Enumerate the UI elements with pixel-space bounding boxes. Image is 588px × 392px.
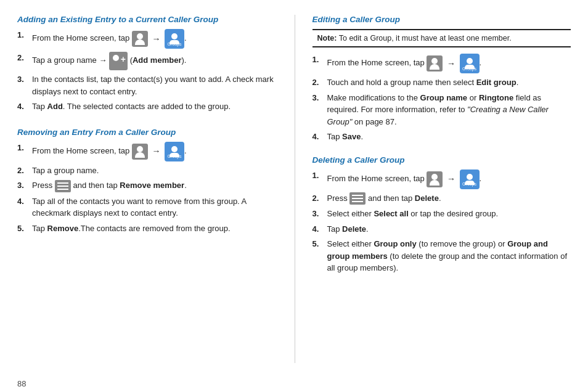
step-num: 5. bbox=[17, 223, 28, 235]
deleting-steps: 1. From the Home screen, tap → Groups . … bbox=[312, 169, 571, 274]
remove-member-label: Remove member bbox=[120, 181, 184, 190]
step-num: 3. bbox=[17, 73, 28, 86]
menu-line bbox=[57, 182, 68, 184]
step-num: 3. bbox=[312, 92, 324, 104]
menu-line bbox=[352, 195, 363, 196]
person-icon bbox=[132, 31, 148, 47]
menu-line bbox=[57, 186, 68, 187]
step-num: 3. bbox=[17, 179, 28, 192]
delete-label: Delete bbox=[415, 194, 439, 203]
step-num: 1. bbox=[17, 142, 28, 154]
step-text: Tap Add. The selected contacts are added… bbox=[32, 100, 276, 113]
add-member-label: Add member bbox=[133, 55, 181, 65]
group-and-members-label: Group and group members bbox=[327, 239, 548, 261]
step-num: 2. bbox=[312, 76, 324, 89]
arrow-icon: → bbox=[152, 33, 160, 46]
step-text: Tap a group name → (Add member). bbox=[32, 52, 276, 70]
section-removing-title: Removing an Entry From a Caller Group bbox=[17, 128, 276, 137]
step-num: 4. bbox=[312, 223, 324, 235]
step-text: From the Home screen, tap → Groups . bbox=[327, 169, 571, 189]
section-editing: Editing a Caller Group Note: To edit a G… bbox=[312, 15, 571, 143]
groups-person bbox=[171, 146, 178, 152]
step-text: Tap all of the contacts you want to remo… bbox=[32, 195, 276, 219]
editing-step-3: 3. Make modifications to the Group name … bbox=[312, 92, 571, 128]
groups-label: Groups bbox=[460, 181, 480, 188]
removing-step-3: 3. Press and then tap Remove member. bbox=[17, 179, 276, 192]
right-column: Editing a Caller Group Note: To edit a G… bbox=[295, 15, 571, 363]
step-text: From the Home screen, tap → Groups . bbox=[32, 29, 276, 49]
removing-steps: 1. From the Home screen, tap → Groups . … bbox=[17, 142, 276, 235]
groups-label: Groups bbox=[460, 66, 480, 73]
step-num: 4. bbox=[17, 195, 28, 208]
group-only-label: Group only bbox=[374, 239, 416, 248]
removing-step-4: 4. Tap all of the contacts you want to r… bbox=[17, 195, 276, 219]
step-text: Make modifications to the Group name or … bbox=[327, 92, 571, 128]
note-text: To edit a Group, it must have at least o… bbox=[339, 34, 512, 43]
adding-step-2: 2. Tap a group name → (Add member). bbox=[17, 52, 276, 70]
menu-line bbox=[352, 201, 363, 202]
adding-step-1: 1. From the Home screen, tap → Groups . bbox=[17, 29, 276, 49]
step-text: Select either Group only (to remove the … bbox=[327, 238, 571, 274]
section-removing: Removing an Entry From a Caller Group 1.… bbox=[17, 128, 276, 235]
section-adding: Adding an Existing Entry to a Current Ca… bbox=[17, 15, 276, 113]
edit-group-label: Edit group bbox=[476, 78, 517, 87]
editing-steps: 1. From the Home screen, tap → Groups . … bbox=[312, 54, 571, 143]
removing-step-5: 5. Tap Remove.The contacts are removed f… bbox=[17, 223, 276, 235]
ref-text: "Creating a New Caller Group" bbox=[327, 105, 549, 126]
step-text: Press and then tap Remove member. bbox=[32, 179, 276, 192]
remove-label: Remove bbox=[47, 224, 79, 233]
step-num: 5. bbox=[312, 238, 324, 250]
group-name-label: Group name bbox=[420, 93, 468, 102]
groups-person bbox=[467, 174, 473, 180]
step-num: 4. bbox=[17, 100, 28, 113]
step-text: Touch and hold a group name then select … bbox=[327, 76, 571, 89]
adding-step-3: 3. In the contacts list, tap the contact… bbox=[17, 73, 276, 97]
arrow-icon: → bbox=[447, 173, 455, 186]
deleting-step-3: 3. Select either Select all or tap the d… bbox=[312, 208, 571, 220]
step-text: Tap Delete. bbox=[327, 223, 571, 235]
editing-step-1: 1. From the Home screen, tap → Groups . bbox=[312, 54, 571, 73]
adding-step-4: 4. Tap Add. The selected contacts are ad… bbox=[17, 100, 276, 113]
section-adding-title: Adding an Existing Entry to a Current Ca… bbox=[17, 15, 276, 24]
groups-label: Groups bbox=[165, 41, 184, 48]
step-num: 2. bbox=[17, 52, 28, 64]
step-num: 2. bbox=[312, 192, 324, 205]
section-deleting-title: Deleting a Caller Group bbox=[312, 155, 571, 165]
step-text: From the Home screen, tap → Groups . bbox=[32, 142, 276, 161]
ringtone-label: Ringtone bbox=[479, 93, 513, 102]
step-num: 1. bbox=[312, 54, 324, 66]
step-text: Tap a group name. bbox=[32, 165, 276, 177]
step-text: From the Home screen, tap → Groups . bbox=[327, 54, 571, 73]
removing-step-1: 1. From the Home screen, tap → Groups . bbox=[17, 142, 276, 161]
groups-icon: Groups bbox=[165, 29, 184, 49]
editing-step-2: 2. Touch and hold a group name then sele… bbox=[312, 76, 571, 89]
section-deleting: Deleting a Caller Group 1. From the Home… bbox=[312, 155, 571, 274]
note-label: Note: bbox=[317, 34, 337, 43]
add-member-icon bbox=[109, 52, 128, 70]
step-num: 3. bbox=[312, 208, 324, 220]
editing-step-4: 4. Tap Save. bbox=[312, 131, 571, 143]
groups-icon: Groups bbox=[460, 54, 480, 73]
menu-icon bbox=[349, 192, 365, 205]
note-box: Note: To edit a Group, it must have at l… bbox=[312, 29, 571, 47]
menu-line bbox=[352, 198, 363, 199]
step-num: 2. bbox=[17, 165, 28, 177]
step-num: 1. bbox=[17, 29, 28, 41]
groups-icon: Groups bbox=[165, 142, 184, 161]
page-footer: 88 bbox=[0, 375, 588, 392]
step-text: Select either Select all or tap the desi… bbox=[327, 208, 571, 220]
step-num: 1. bbox=[312, 169, 324, 182]
page-content: Adding an Existing Entry to a Current Ca… bbox=[0, 0, 588, 375]
left-column: Adding an Existing Entry to a Current Ca… bbox=[17, 15, 276, 363]
adding-steps: 1. From the Home screen, tap → Groups . … bbox=[17, 29, 276, 113]
step-text: Press and then tap Delete. bbox=[327, 192, 571, 205]
menu-line bbox=[57, 189, 68, 190]
save-label: Save bbox=[342, 132, 361, 141]
step-text: In the contacts list, tap the contact(s)… bbox=[32, 73, 276, 97]
step-text: Tap Remove.The contacts are removed from… bbox=[32, 223, 276, 235]
arrow-icon: → bbox=[152, 145, 160, 158]
deleting-step-5: 5. Select either Group only (to remove t… bbox=[312, 238, 571, 274]
groups-label: Groups bbox=[165, 153, 184, 160]
deleting-step-1: 1. From the Home screen, tap → Groups . bbox=[312, 169, 571, 189]
step-text: Tap Save. bbox=[327, 131, 571, 143]
